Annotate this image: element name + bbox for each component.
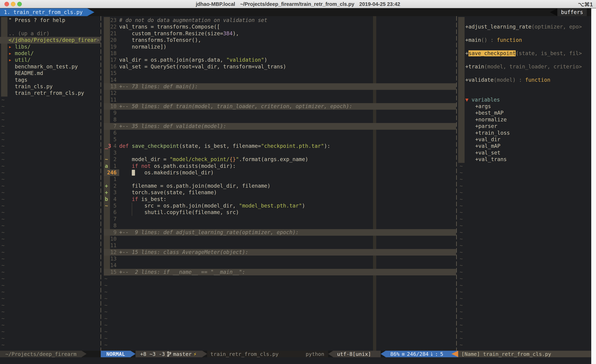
- command-line[interactable]: [0, 357, 596, 364]
- line-number: 6: [105, 209, 117, 216]
- statusline-nerdtree-dir: ~/Projects/deep_firearm: [0, 351, 82, 357]
- code-line[interactable]: 3: [104, 150, 456, 156]
- line-number: 2: [105, 156, 117, 163]
- folded-line[interactable]: 12+-- 15 lines: class AverageMeter(objec…: [104, 249, 456, 255]
- nerdtree-window: " Press ? for help.. (up a dir)</jdhao/P…: [0, 17, 100, 348]
- line-number: 14: [105, 77, 117, 83]
- empty-line: ~: [458, 295, 591, 302]
- tree-item[interactable]: train_retr_from_cls.py: [0, 90, 100, 96]
- tree-item[interactable]: benchmark_on_test.py: [0, 63, 100, 70]
- code-line[interactable]: 20 transforms.ToTensor(),: [104, 37, 456, 44]
- line-number: 246: [105, 169, 117, 176]
- code-line[interactable]: 8: [104, 222, 456, 229]
- tree-root-item[interactable]: </jdhao/Projects/deep_firear>: [0, 37, 100, 44]
- tag-item[interactable]: +val_mAP: [458, 143, 591, 149]
- code-line[interactable]: +2 filename = os.path.join(model_dir, fi…: [104, 183, 456, 189]
- empty-line: ~: [458, 163, 591, 169]
- tree-item[interactable]: train_cls.py: [0, 83, 100, 90]
- code-line[interactable]: 10: [104, 236, 456, 242]
- folded-line[interactable]: 9+-- 9 lines: def adjust_learning_rate(o…: [104, 229, 456, 236]
- tag-item[interactable]: +normalize: [458, 116, 591, 123]
- code-line[interactable]: 5: [104, 136, 456, 143]
- folded-line[interactable]: 13+-- 73 lines: def main():: [104, 83, 456, 90]
- tree-item[interactable]: [0, 24, 100, 30]
- window-separator-right[interactable]: [456, 16, 457, 351]
- code-line[interactable]: 14: [104, 262, 456, 269]
- tree-item[interactable]: " Press ? for help: [0, 17, 100, 24]
- tag-item[interactable]: +validate(model) : function: [458, 77, 591, 83]
- workspace: " Press ? for help.. (up a dir)</jdhao/P…: [0, 16, 596, 351]
- code-line[interactable]: 12: [104, 90, 456, 96]
- code-line[interactable]: 246 os.makedirs(model_dir): [104, 169, 456, 176]
- empty-line: ~: [0, 342, 100, 348]
- code-line[interactable]: 6 shutil.copyfile(filename, src): [104, 209, 456, 216]
- lightning-icon: ⚡: [193, 351, 196, 357]
- tag-item[interactable]: ▼ variables: [458, 97, 591, 103]
- tag-item[interactable]: +train(model, train_loader, criterio>: [458, 63, 591, 70]
- tree-item[interactable]: README.md: [0, 70, 100, 77]
- tab-active[interactable]: 1. train_retr_from_cls.py: [0, 8, 87, 16]
- folded-line[interactable]: 15+-- 2 lines: if __name__ == "__main__"…: [104, 269, 456, 275]
- line-number: 9: [105, 229, 117, 236]
- line-number: 5: [105, 136, 117, 143]
- code-line[interactable]: 19 normalize]): [104, 44, 456, 50]
- tree-item[interactable]: ▸ util/: [0, 57, 100, 63]
- tag-item[interactable]: +args: [458, 103, 591, 110]
- code-line[interactable]: 22val_trans = transforms.Compose([: [104, 24, 456, 30]
- code-line[interactable]: 13: [104, 255, 456, 262]
- empty-line: ~: [458, 249, 591, 255]
- tree-item[interactable]: ▸ libs/: [0, 44, 100, 50]
- tag-item[interactable]: +val_set: [458, 150, 591, 156]
- tag-item[interactable]: +main() : function: [458, 37, 591, 44]
- window-separator-left[interactable]: [101, 16, 101, 351]
- folded-line[interactable]: 10+-- 50 lines: def train(model, train_l…: [104, 103, 456, 110]
- code-line[interactable]: 21 custom_transform.Resize(size=384),: [104, 30, 456, 37]
- code-line[interactable]: 11: [104, 242, 456, 249]
- code-line[interactable]: b4 if is_best:: [104, 196, 456, 203]
- code-line[interactable]: 11: [104, 97, 456, 103]
- code-line[interactable]: 15: [104, 70, 456, 77]
- code-line[interactable]: ~2 model_dir = "model/check_point/{}".fo…: [104, 156, 456, 163]
- tag-item[interactable]: +val_trans: [458, 156, 591, 163]
- powerline-arrow: [202, 351, 207, 357]
- empty-line: ~: [458, 302, 591, 309]
- folded-line[interactable]: 7+-- 35 lines: def validate(model):: [104, 123, 456, 130]
- empty-line: ~: [104, 315, 456, 322]
- tag-item[interactable]: +best_mAP: [458, 110, 591, 116]
- code-line[interactable]: _34def save_checkpoint(state, is_best, f…: [104, 143, 456, 149]
- tag-item[interactable]: +val_dir: [458, 136, 591, 143]
- empty-line: ~: [458, 183, 591, 189]
- tree-item[interactable]: tags: [0, 77, 100, 83]
- clock: 2019-04-25 23:42: [359, 1, 400, 7]
- tag-item[interactable]: +train_loss: [458, 130, 591, 136]
- code-line[interactable]: 6: [104, 130, 456, 136]
- buffers-label[interactable]: buffers: [557, 8, 587, 16]
- tree-item[interactable]: ▸ model/: [0, 50, 100, 57]
- code-line[interactable]: 7: [104, 216, 456, 222]
- buffers-arrow-icon: [550, 8, 557, 16]
- empty-line: ~: [0, 136, 100, 143]
- code-line[interactable]: +3 torch.save(state, filename): [104, 189, 456, 196]
- line-number: 12: [105, 249, 117, 255]
- empty-line: ~: [458, 328, 591, 335]
- code-line[interactable]: 1: [104, 176, 456, 182]
- hostname: jdhao-MBP.local: [196, 1, 235, 7]
- code-line[interactable]: 16val_set = QuerySet(root=val_dir, trans…: [104, 63, 456, 70]
- code-line[interactable]: 18: [104, 50, 456, 57]
- tag-item[interactable]: +parser: [458, 123, 591, 130]
- tag-item[interactable]: +adjust_learning_rate(optimizer, epo>: [458, 24, 591, 30]
- code-line[interactable]: 17val_dir = os.path.join(args.data, "val…: [104, 57, 456, 63]
- code-line[interactable]: a1 if not os.path.exists(model_dir):: [104, 163, 456, 169]
- empty-line: ~: [0, 242, 100, 249]
- code-line[interactable]: ~5 src = os.path.join(model_dir, "model_…: [104, 203, 456, 209]
- empty-line: ~: [104, 335, 456, 342]
- blank-line: [458, 30, 591, 37]
- tagbar-window: +adjust_learning_rate(optimizer, epo>+ma…: [458, 17, 591, 348]
- code-line[interactable]: 23# do not do data augmentation on valid…: [104, 17, 456, 24]
- code-line[interactable]: 8: [104, 116, 456, 123]
- code-line[interactable]: 9: [104, 110, 456, 116]
- tree-item[interactable]: .. (up a dir): [0, 30, 100, 37]
- tag-item[interactable]: +save_checkpoint(state, is_best, fil>: [458, 50, 591, 57]
- code-line[interactable]: 14: [104, 77, 456, 83]
- terminal-scrollbar[interactable]: [591, 8, 596, 364]
